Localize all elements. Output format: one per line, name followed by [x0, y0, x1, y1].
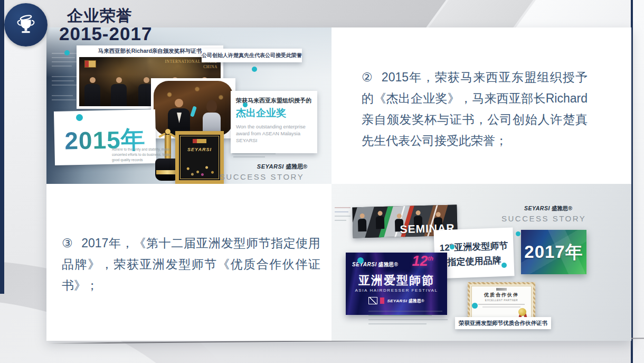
- decorative-bar: [368, 315, 432, 316]
- decorative-bar: [52, 57, 75, 58]
- gold-confetti: [182, 163, 217, 178]
- brand-en: SEYARSI: [257, 163, 284, 170]
- top-stripe-band: [429, 0, 533, 27]
- decorative-bar: [335, 211, 348, 212]
- paragraph-2017-marker: ③: [62, 236, 81, 250]
- frame-brand-label: SEYARSI: [181, 147, 219, 152]
- certificate-subtitle: EXCELLENT PARTNER: [472, 299, 531, 302]
- poster-footer-brand: SEYARSI 盛雅思®: [387, 298, 424, 304]
- year-2017-label: 2017年: [521, 230, 586, 274]
- decorative-bar: [368, 323, 427, 324]
- accent-dot: [252, 67, 257, 72]
- accent-dot: [76, 114, 83, 121]
- success-story-label: SUCCESS STORY: [216, 172, 307, 181]
- decorative-bar: [368, 319, 448, 320]
- page-subtitle-years: 2015-2017: [59, 23, 152, 44]
- person-silhouette: [83, 77, 101, 106]
- accent-dot: [64, 50, 70, 55]
- festival-logo-icon: [368, 297, 377, 304]
- accent-dot: [516, 231, 520, 236]
- accent-dot: [472, 303, 478, 309]
- accent-dot: [243, 103, 248, 107]
- paragraph-2017: ③2017年，《第十二届亚洲发型师节指定使用品牌》，荣获亚洲发型师节《优质合作伙…: [62, 232, 320, 296]
- brand-wordmark: SEYARSI 盛雅思®: [501, 205, 572, 212]
- certificate-text-line: [482, 306, 520, 308]
- poster-title: 亚洲爱型師節: [346, 273, 447, 288]
- woman-silhouette: [201, 100, 222, 136]
- paragraph-2015-text: 2015年，荣获马来西亚东盟组织授予的《杰出企业奖》，马来西亚部长Richard…: [362, 70, 588, 147]
- decorative-bar: [335, 207, 351, 208]
- decorative-bar: [52, 66, 72, 67]
- brand-wordmark: SEYARSI 盛雅思®: [216, 163, 307, 171]
- decorative-bar: [335, 220, 346, 221]
- award-card: 荣获马来西亚东盟组织授予的 杰出企业奖 Won the outstanding …: [231, 91, 317, 153]
- trophy-badge: [4, 3, 48, 46]
- decorative-bar: [232, 153, 276, 154]
- decorative-bar: [52, 85, 77, 86]
- paragraph-2015-marker: ②: [362, 70, 382, 84]
- decorative-bar: [233, 156, 265, 157]
- asean-logo-icon: [84, 60, 96, 68]
- brand-en: SEYARSI: [524, 205, 550, 211]
- accent-dot: [450, 245, 454, 249]
- left-edge-accent: [0, 0, 4, 294]
- decorative-bar: [52, 80, 74, 81]
- award-card-english: Won the outstanding enterprise award fro…: [236, 124, 312, 144]
- right-gutter: [633, 0, 644, 363]
- background-filler-text: Adhere to the unity and stability, make …: [112, 147, 173, 162]
- poster-subtitle: ASIA HAIRDRESSER FESTIVAL: [346, 288, 447, 293]
- brand-logo: SEYARSI 盛雅思® SUCCESS STORY: [216, 163, 307, 181]
- certificate-emblem: [193, 139, 206, 143]
- person-silhouette: [376, 216, 385, 229]
- paragraph-2015: ②2015年，荣获马来西亚东盟组织授予的《杰出企业奖》，马来西亚部长Richar…: [362, 67, 588, 151]
- poster-footer: SEYARSI 盛雅思®: [346, 297, 447, 304]
- certificate-caption: 荣获亚洲发型师节优质合作伙伴证书: [455, 317, 551, 329]
- certificate-text-line: [478, 304, 524, 305]
- brand-logo: SEYARSI 盛雅思® SUCCESS STORY: [501, 205, 572, 223]
- brand-cn: 盛雅思®: [286, 163, 307, 170]
- decorative-bar: [52, 99, 76, 100]
- partner-certificate: 优质合作伙伴 EXCELLENT PARTNER: [468, 282, 535, 322]
- trophy-icon: [14, 13, 38, 37]
- certificate-emblem: [496, 288, 507, 291]
- accent-dot: [357, 257, 364, 264]
- person-silhouette: [358, 219, 367, 231]
- gold-seal-icon: [518, 308, 526, 316]
- certificate-inner: 优质合作伙伴 EXCELLENT PARTNER: [471, 286, 532, 319]
- year-card-2017: 2017年: [521, 230, 586, 274]
- brand-cn: 盛雅思®: [552, 205, 572, 211]
- decorative-bar: [368, 311, 442, 312]
- paragraph-2017-text: 2017年，《第十二届亚洲发型师节指定使用品牌》，荣获亚洲发型师节《优质合作伙伴…: [62, 236, 320, 292]
- red-mark-icon: [380, 297, 384, 304]
- decorative-bar: [335, 216, 351, 217]
- person-silhouette: [110, 77, 128, 106]
- collage-2017: SEMINAR SEYARSI 盛雅思® SUCCESS STORY 12th亚…: [332, 184, 631, 341]
- award-card-title: 杰出企业奖: [236, 106, 312, 120]
- collage-2015: 马来西亚部长Richard亲自颁发奖杯与证书 INTERNATIONAL AWA…: [46, 27, 332, 184]
- slide: 马来西亚部长Richard亲自颁发奖杯与证书 INTERNATIONAL AWA…: [0, 0, 644, 363]
- certificate-title: 优质合作伙伴: [472, 292, 531, 299]
- top-stripe-band: [516, 0, 644, 27]
- founder-callout: 公司创始人许楚真先生代表公司接受此荣誉: [202, 49, 302, 62]
- framed-certificate-inner: SEYARSI: [180, 136, 219, 179]
- poster-12th: 12th: [412, 253, 433, 269]
- decorative-bar: [52, 61, 78, 62]
- decorative-bar: [52, 76, 78, 77]
- accent-dot: [501, 263, 507, 268]
- decorative-bar: [52, 95, 73, 96]
- success-story-label: SUCCESS STORY: [501, 214, 572, 223]
